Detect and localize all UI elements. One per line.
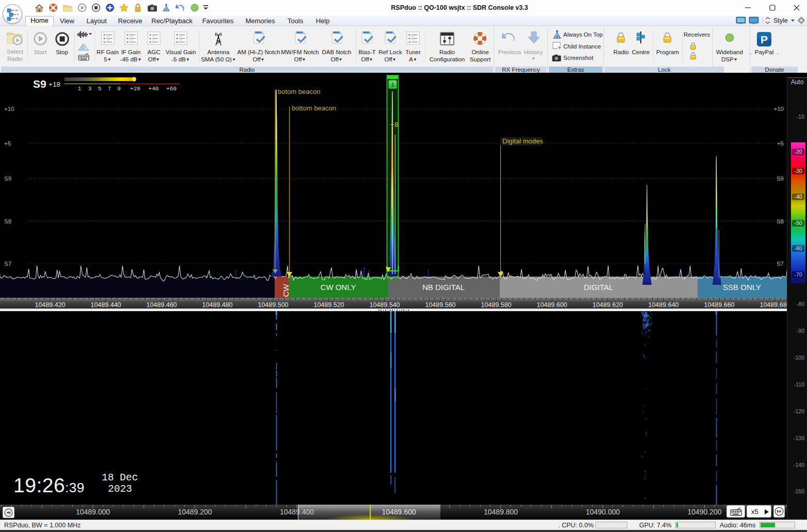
svg-text:DIGITAL: DIGITAL [583, 283, 613, 292]
svg-text:10489.480: 10489.480 [202, 301, 232, 309]
svg-text:bottom beacon: bottom beacon [292, 104, 336, 112]
svg-text:CW: CW [281, 284, 290, 297]
svg-text:+8: +8 [390, 121, 398, 128]
svg-text:10490.200: 10490.200 [687, 508, 721, 516]
svg-text:10489.520: 10489.520 [313, 301, 344, 309]
svg-text:+5: +5 [777, 140, 784, 147]
svg-text:S7: S7 [4, 261, 11, 267]
svg-text:+60: +60 [166, 86, 177, 92]
svg-text:10489.420: 10489.420 [35, 301, 65, 309]
svg-text:+18: +18 [49, 80, 60, 88]
svg-text:P: P [761, 34, 768, 45]
svg-text:10489.660: 10489.660 [704, 301, 734, 309]
svg-text:10489.000: 10489.000 [76, 508, 110, 516]
svg-text:10489.680: 10489.680 [759, 301, 787, 309]
svg-text:NB DIGITAL: NB DIGITAL [422, 283, 465, 292]
svg-text:1: 1 [78, 86, 82, 92]
svg-text:S8: S8 [4, 218, 11, 224]
svg-text:CW ONLY: CW ONLY [321, 283, 356, 292]
svg-text:S9: S9 [33, 78, 46, 90]
svg-text:10489.560: 10489.560 [425, 301, 455, 309]
svg-text:Digital modes: Digital modes [502, 137, 543, 145]
svg-text:10490.000: 10490.000 [586, 508, 620, 516]
svg-text:10489.580: 10489.580 [481, 301, 511, 309]
svg-text:S8: S8 [777, 218, 784, 224]
svg-text:1: 1 [391, 82, 394, 88]
svg-text:10489.800: 10489.800 [484, 508, 518, 516]
svg-text:10489.200: 10489.200 [178, 508, 212, 516]
svg-text:5: 5 [98, 86, 102, 92]
svg-text:10489.600: 10489.600 [536, 301, 567, 309]
svg-text:S9: S9 [4, 175, 11, 182]
svg-text:Style: Style [773, 17, 788, 24]
svg-text:7: 7 [108, 86, 112, 92]
svg-text:+10: +10 [4, 106, 14, 112]
svg-text:10489.640: 10489.640 [648, 301, 678, 309]
svg-text:S9: S9 [777, 175, 784, 182]
svg-text:botom beacon: botom beacon [278, 88, 320, 95]
svg-text:10489.440: 10489.440 [90, 301, 121, 309]
svg-text:+20: +20 [130, 86, 140, 92]
svg-text:SSB ONLY: SSB ONLY [723, 283, 761, 292]
svg-text:3: 3 [88, 86, 92, 92]
svg-text:10489.460: 10489.460 [146, 301, 177, 309]
svg-text:S7: S7 [777, 261, 784, 267]
svg-text:9: 9 [117, 86, 121, 92]
svg-text:+40: +40 [149, 86, 159, 92]
svg-text:+10: +10 [773, 106, 784, 112]
svg-text:10489.400: 10489.400 [280, 508, 314, 516]
svg-text:+5: +5 [4, 140, 11, 147]
svg-text:10489.620: 10489.620 [592, 301, 623, 309]
svg-text:10489.600: 10489.600 [382, 508, 416, 516]
svg-text:10489.500: 10489.500 [258, 301, 288, 309]
svg-text:10489.540: 10489.540 [369, 301, 400, 309]
